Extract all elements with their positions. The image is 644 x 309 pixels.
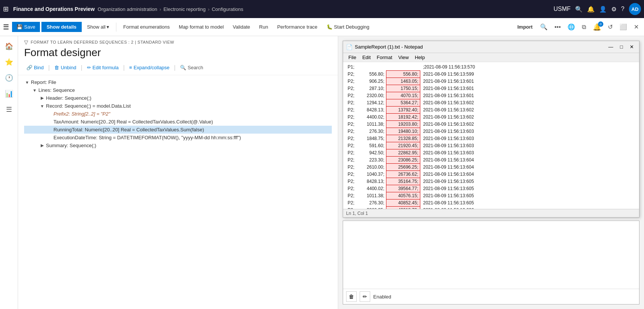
notepad-cell-col4: 2021-08-09 11:56:13:604: [420, 170, 476, 178]
notepad-cell-col2: 4400.02;: [356, 185, 386, 192]
side-workspace-icon[interactable]: 📊: [2, 87, 17, 101]
app-title: Finance and Operations Preview: [13, 6, 95, 12]
side-recent-icon[interactable]: 🕐: [2, 71, 17, 85]
tree-toggle: [47, 112, 53, 116]
notepad-content[interactable]: P1;;2021-08-09 11:56:13:570P2;556.80;556…: [343, 62, 639, 209]
notepad-cell-col1: P2;: [346, 78, 356, 85]
notepad-cell-col3: 1750.15;: [386, 85, 420, 92]
notepad-cell-col1: P2;: [346, 128, 356, 135]
start-debugging-button[interactable]: 🐛 Start Debugging: [323, 22, 373, 32]
tree-toggle[interactable]: ▼: [32, 88, 38, 93]
nav-configurations[interactable]: Configurations: [212, 6, 243, 12]
tree-item[interactable]: ▶ Summary: Sequence(;): [24, 142, 332, 149]
nav-org-admin[interactable]: Organization administration: [98, 6, 157, 12]
trash-icon: 🗑: [54, 65, 59, 70]
side-list-icon[interactable]: ☰: [2, 102, 17, 117]
notepad-cell-col3: 23086.25;: [386, 156, 420, 163]
toolbar-refresh-icon[interactable]: ↺: [606, 22, 615, 32]
tree-item[interactable]: ▼ Record: Sequence(;) = model.Data.List: [24, 102, 332, 110]
edit-formula-button[interactable]: ✏ Edit formula: [85, 63, 121, 72]
table-row: P2;591.60;21920.45;2021-08-09 11:56:13:6…: [346, 142, 476, 149]
search-icon[interactable]: 🔍: [575, 6, 583, 13]
notepad-menubar: File Edit Format View Help: [343, 53, 639, 62]
gear-icon[interactable]: ⚙: [611, 6, 617, 13]
save-button[interactable]: 💾 Save: [12, 22, 40, 32]
notepad-cell-col4: 2021-08-09 11:56:13:603: [420, 142, 476, 149]
toolbar-globe-icon[interactable]: 🌐: [565, 22, 577, 32]
notepad-menu-edit[interactable]: Edit: [360, 54, 373, 61]
tree-item[interactable]: ▼ Lines: Sequence: [24, 86, 332, 94]
tree-toggle[interactable]: ▼: [24, 80, 30, 85]
side-home-icon[interactable]: 🏠: [2, 39, 17, 53]
nav-electronic-reporting[interactable]: Electronic reporting: [163, 6, 206, 12]
tree-item[interactable]: ExecutionDateTime: String = DATETIMEFORM…: [24, 134, 332, 142]
tree-toggle[interactable]: ▶: [39, 143, 45, 148]
avatar[interactable]: AD: [629, 3, 641, 15]
notepad-controls: — □ ✕: [606, 43, 636, 50]
show-details-button[interactable]: Show details: [41, 22, 82, 32]
toolbar-dots-icon[interactable]: •••: [552, 22, 563, 32]
notepad-cell-col3: 21920.45;: [386, 142, 420, 149]
notepad-maximize-button[interactable]: □: [618, 43, 625, 50]
notepad-minimize-button[interactable]: —: [606, 43, 615, 50]
notepad-cell-col4: 2021-08-09 11:56:13:605: [420, 192, 476, 199]
show-all-button[interactable]: Show all ▾: [83, 22, 113, 32]
notepad-menu-file[interactable]: File: [346, 54, 359, 61]
validate-button[interactable]: Validate: [229, 22, 254, 32]
expand-collapse-button[interactable]: ≡ Expand/collapse: [127, 63, 172, 72]
delete-icon-btn[interactable]: 🗑: [346, 291, 357, 302]
bell-icon[interactable]: 🔔: [587, 6, 595, 13]
notepad-cell-col1: P2;: [346, 156, 356, 163]
toolbar-expand-icon[interactable]: ⬜: [617, 22, 629, 32]
pencil-icon: ✏: [87, 65, 91, 70]
notepad-cell-col1: P2;: [346, 142, 356, 149]
run-button[interactable]: Run: [255, 22, 272, 32]
notepad-cell-col4: 2021-08-09 11:56:13:603: [420, 135, 476, 142]
person-icon[interactable]: 👤: [599, 6, 607, 13]
main-toolbar: ☰ 💾 Save Show details Show all ▾ Format …: [0, 18, 644, 36]
tree-item[interactable]: ▶ Header: Sequence(;): [24, 94, 332, 102]
notepad-cell-col2: 556.80;: [356, 70, 386, 78]
tree-item[interactable]: Prefix2: String[2..2] = "P2": [24, 110, 332, 118]
unbind-button[interactable]: 🗑 Unbind: [52, 63, 78, 72]
notepad-cell-col4: 2021-08-09 11:56:13:603: [420, 128, 476, 135]
side-favorite-icon[interactable]: ⭐: [2, 55, 17, 69]
tree-item[interactable]: ▼ Report: File: [24, 78, 332, 86]
notepad-close-button[interactable]: ✕: [627, 43, 636, 50]
tree-area[interactable]: ▼ Report: File ▼ Lines: Sequence ▶ Heade…: [18, 75, 338, 309]
notepad-cell-col4: 2021-08-09 11:56:13:599: [420, 70, 476, 78]
notepad-cell-col1: P2;: [346, 120, 356, 128]
notepad-menu-help[interactable]: Help: [412, 54, 427, 61]
tree-toggle: [47, 135, 53, 140]
notepad-cell-col2: 1011.38;: [356, 192, 386, 199]
table-row: P2;556.80;556.80;2021-08-09 11:56:13:599: [346, 70, 476, 78]
app-grid-icon[interactable]: ⊞: [3, 5, 9, 13]
show-all-chevron-icon: ▾: [107, 24, 109, 30]
toolbar-badge-button[interactable]: 🔔 0: [591, 21, 603, 33]
edit-icon-btn[interactable]: ✏: [360, 291, 370, 302]
map-format-button[interactable]: Map format to model: [175, 22, 227, 32]
tree-toggle[interactable]: ▶: [39, 96, 45, 100]
action-bar: 🔗 Bind | 🗑 Unbind | ✏ Edit formula | ≡ E…: [18, 62, 338, 75]
notepad-menu-format[interactable]: Format: [374, 54, 394, 61]
bind-button[interactable]: 🔗 Bind: [24, 63, 46, 72]
toolbar-windows-icon[interactable]: ⧉: [580, 22, 588, 32]
hamburger-icon[interactable]: ☰: [3, 23, 9, 31]
notepad-menu-view[interactable]: View: [396, 54, 411, 61]
notepad-cell-col1: P1;: [346, 64, 356, 70]
import-button[interactable]: Import: [514, 23, 536, 31]
notepad-cell-col2: 223.30;: [356, 156, 386, 163]
notepad-cell-col3: 18192.42;: [386, 113, 420, 120]
toolbar-close-icon[interactable]: ✕: [632, 22, 641, 32]
toolbar-search-icon[interactable]: 🔍: [538, 22, 550, 32]
search-button[interactable]: 🔍 Search: [178, 63, 205, 72]
tree-item[interactable]: TaxAmount: Numeric[20..20] Real = Collec…: [24, 118, 332, 126]
help-icon[interactable]: ?: [621, 6, 624, 12]
notepad-title: SampleReport (1).txt - Notepad: [355, 44, 606, 50]
notepad-cell-col4: 2021-08-09 11:56:13:605: [420, 185, 476, 192]
format-enumerations-button[interactable]: Format enumerations: [119, 22, 174, 32]
performance-trace-button[interactable]: Performance trace: [273, 22, 321, 32]
tree-toggle[interactable]: ▼: [39, 104, 45, 108]
filter-icon[interactable]: ▽: [24, 39, 29, 45]
tree-item-selected[interactable]: RunningTotal: Numeric[20..20] Real = Col…: [24, 126, 332, 134]
